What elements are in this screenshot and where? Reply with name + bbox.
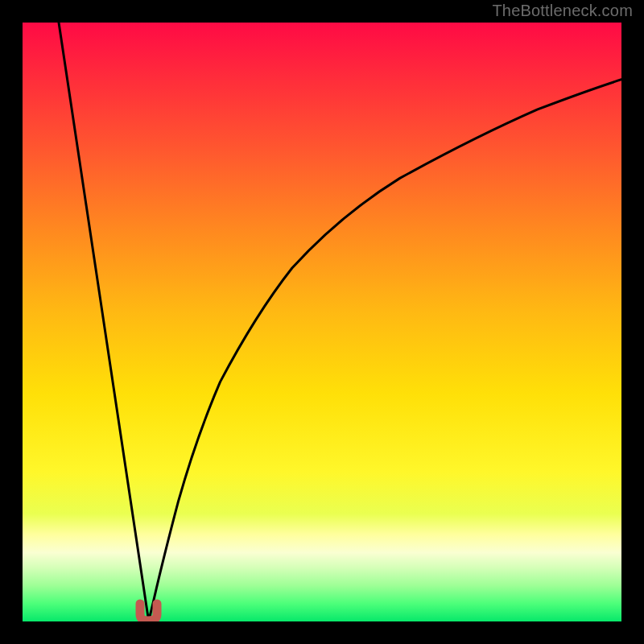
curve-left-branch [59, 23, 148, 618]
bottleneck-curve [23, 23, 621, 621]
plot-area [23, 23, 621, 621]
curve-right-branch [148, 80, 621, 621]
watermark-text: TheBottleneck.com [492, 2, 633, 20]
chart-frame: TheBottleneck.com [0, 0, 644, 644]
